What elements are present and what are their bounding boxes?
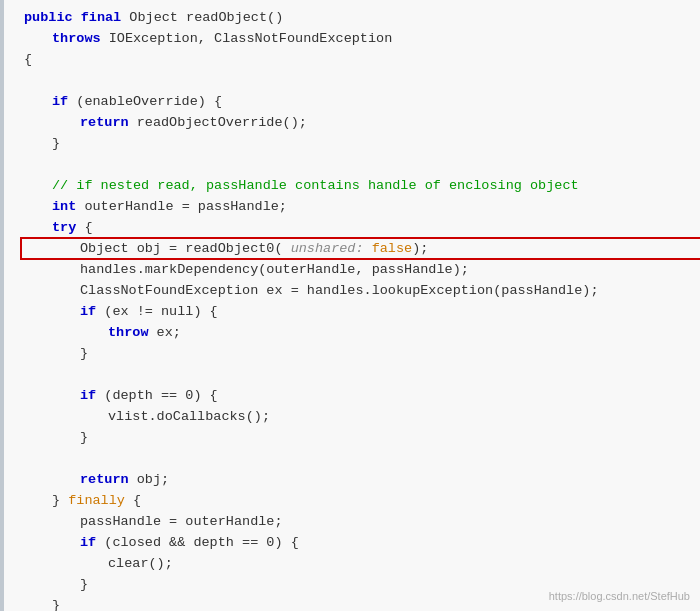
code-container: public final Object readObject()throws I… — [0, 0, 700, 611]
code-line — [12, 71, 700, 92]
code-line: if (enableOverride) { — [12, 92, 700, 113]
code-line: { — [12, 50, 700, 71]
code-line: throw ex; — [12, 323, 700, 344]
code-line: ClassNotFoundException ex = handles.look… — [12, 281, 700, 302]
code-line: if (depth == 0) { — [12, 386, 700, 407]
lines-container: public final Object readObject()throws I… — [0, 8, 700, 611]
left-border — [0, 0, 4, 611]
code-line: handles.markDependency(outerHandle, pass… — [12, 260, 700, 281]
code-line: vlist.doCallbacks(); — [12, 407, 700, 428]
code-line: return readObjectOverride(); — [12, 113, 700, 134]
code-line: return obj; — [12, 470, 700, 491]
code-line: int outerHandle = passHandle; — [12, 197, 700, 218]
code-line: Object obj = readObject0( unshared: fals… — [12, 239, 700, 260]
code-line: throws IOException, ClassNotFoundExcepti… — [12, 29, 700, 50]
code-line: } finally { — [12, 491, 700, 512]
code-line: try { — [12, 218, 700, 239]
watermark: https://blog.csdn.net/StefHub — [549, 588, 690, 605]
code-line: // if nested read, passHandle contains h… — [12, 176, 700, 197]
code-line — [12, 449, 700, 470]
code-line: } — [12, 344, 700, 365]
code-line: passHandle = outerHandle; — [12, 512, 700, 533]
code-line: if (ex != null) { — [12, 302, 700, 323]
code-line — [12, 155, 700, 176]
code-line: } — [12, 134, 700, 155]
code-line: clear(); — [12, 554, 700, 575]
code-line — [12, 365, 700, 386]
code-line: } — [12, 428, 700, 449]
code-line: if (closed && depth == 0) { — [12, 533, 700, 554]
code-line: public final Object readObject() — [12, 8, 700, 29]
